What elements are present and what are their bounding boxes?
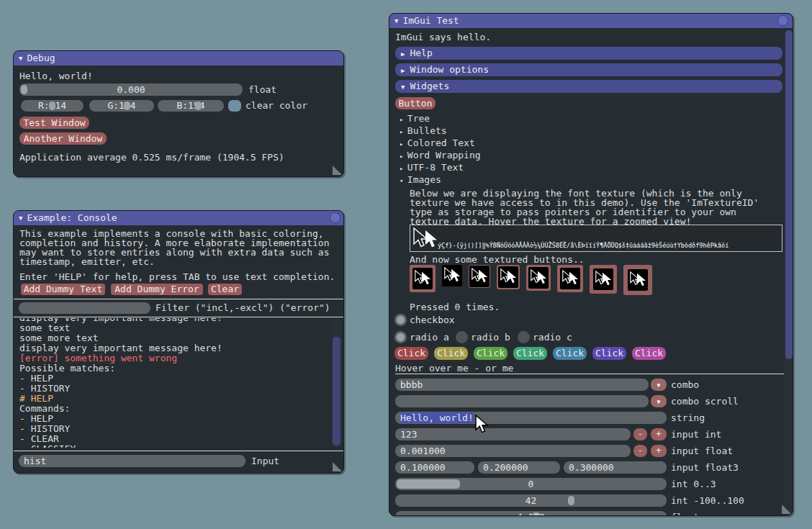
click-button-1[interactable]: Click — [394, 347, 428, 360]
collapse-triangle-icon[interactable]: ▼ — [394, 17, 398, 24]
checkbox[interactable] — [394, 314, 407, 326]
collapse-triangle-icon[interactable]: ▼ — [19, 214, 22, 222]
header-widgets[interactable]: ▼Widgets — [395, 80, 782, 93]
image-button-5[interactable] — [526, 265, 551, 291]
arrow-right-icon: ▸ — [400, 140, 407, 148]
increment-button[interactable]: + — [651, 445, 667, 457]
clear-button[interactable]: Clear — [208, 284, 242, 295]
increment-button[interactable]: + — [651, 428, 667, 440]
click-button-4[interactable]: Click — [513, 347, 547, 360]
hover-text[interactable]: Hover over me - or me — [395, 363, 513, 373]
input-int-field[interactable]: 123 — [395, 428, 631, 440]
tree-node-images[interactable]: ▾ Images — [400, 175, 441, 186]
combo-scroll-label: combo scroll — [671, 395, 739, 407]
click-button-3[interactable]: Click — [474, 347, 508, 360]
filter-input[interactable] — [19, 302, 150, 314]
color-g-slider[interactable]: G:144 — [89, 100, 154, 112]
radio-b[interactable] — [456, 331, 468, 343]
log-line-command: # HELP — [19, 394, 329, 404]
slider-grab[interactable] — [195, 101, 202, 110]
resize-grip[interactable] — [782, 505, 791, 514]
button-widget[interactable]: Button — [395, 97, 436, 109]
mouse-cursor-icon — [474, 415, 490, 435]
combo-label: combo — [671, 379, 699, 391]
slider-float[interactable]: 4.132 — [395, 511, 667, 516]
separator — [14, 317, 343, 317]
tree-label: Word Wrapping — [407, 150, 481, 160]
image-button-6[interactable] — [557, 265, 583, 292]
combo-arrow-button[interactable]: ▼ — [651, 379, 667, 391]
combo-scroll-box[interactable] — [395, 395, 649, 407]
scrollbar-thumb[interactable] — [333, 337, 340, 446]
window-title: Example: Console — [27, 212, 117, 223]
image-button-3[interactable] — [469, 265, 490, 288]
input-float3-z[interactable]: 0.300000 — [564, 461, 667, 474]
collapse-triangle-icon[interactable]: ▼ — [19, 55, 22, 62]
radio-a[interactable] — [394, 331, 407, 343]
tree-node-colored-text[interactable]: ▸ Colored Text — [400, 138, 475, 149]
image-button-7[interactable] — [590, 265, 617, 294]
input-float3-x[interactable]: 0.100000 — [395, 461, 474, 474]
resize-grip[interactable] — [333, 462, 342, 471]
arrow-right-icon: ▸ — [400, 128, 407, 135]
log-scrollbar[interactable] — [332, 318, 341, 448]
resize-grip[interactable] — [333, 166, 342, 175]
tree-node-bullets[interactable]: ▸ Bullets — [400, 126, 447, 137]
slider-grab[interactable] — [124, 101, 130, 110]
test-window-button[interactable]: Test Window — [19, 117, 89, 129]
pressed-count-text: Pressed 0 times. — [410, 302, 500, 312]
image-button-8[interactable] — [623, 265, 652, 295]
click-button-2[interactable]: Click — [434, 347, 468, 360]
header-label: Help — [410, 48, 432, 58]
string-input[interactable]: Hello, world! — [395, 412, 667, 424]
click-button-6[interactable]: Click — [592, 347, 626, 360]
image-button-1[interactable] — [410, 265, 436, 292]
click-button-7[interactable]: Click — [632, 347, 666, 360]
color-r-slider[interactable]: R:114 — [21, 100, 84, 112]
another-window-button[interactable]: Another Window — [19, 132, 107, 145]
image-button-2[interactable] — [442, 265, 462, 286]
close-icon[interactable] — [330, 212, 340, 223]
b-value: B:154 — [158, 100, 224, 112]
radio-c[interactable] — [518, 331, 530, 343]
slider-grab[interactable] — [21, 85, 27, 94]
input-float-value: 0.001000 — [395, 446, 446, 456]
slider-int-0-3[interactable]: 0 — [395, 478, 667, 490]
tree-node-tree[interactable]: ▸ Tree — [400, 114, 430, 125]
clear-color-swatch[interactable] — [228, 100, 241, 112]
header-window-options[interactable]: ▶Window options — [395, 63, 782, 76]
combo-box[interactable]: bbbb — [395, 379, 649, 391]
radio-a-label: radio a — [410, 333, 449, 342]
log-line: some text — [19, 323, 329, 333]
slider-int-neg100-100[interactable]: 42 — [395, 494, 667, 507]
header-help[interactable]: ▶Help — [395, 47, 782, 60]
color-b-slider[interactable]: B:154 — [158, 100, 224, 112]
combo-arrow-button[interactable]: ▼ — [651, 395, 667, 407]
image-button-4[interactable] — [497, 265, 520, 289]
add-dummy-text-button[interactable]: Add Dummy Text — [21, 284, 105, 295]
input-float-field[interactable]: 0.001000 — [395, 445, 631, 457]
input-float3-y[interactable]: 0.200000 — [478, 461, 560, 474]
tree-node-utf8-text[interactable]: ▸ UTF-8 Text — [400, 163, 464, 173]
decrement-button[interactable]: - — [633, 428, 647, 440]
console-log[interactable]: display very important message here! som… — [19, 318, 329, 448]
imgui-titlebar[interactable]: ▼ImGui Test — [389, 14, 793, 28]
window-scrollbar[interactable] — [785, 29, 793, 515]
add-dummy-error-button[interactable]: Add Dummy Error — [111, 284, 203, 295]
float-slider[interactable]: 0.000 — [19, 83, 243, 96]
tree-node-word-wrapping[interactable]: ▸ Word Wrapping — [400, 150, 481, 161]
click-button-5[interactable]: Click — [553, 347, 587, 360]
console-titlebar[interactable]: ▼Example: Console — [14, 211, 343, 225]
cursor-texture-icon — [628, 270, 647, 290]
arrow-right-icon: ▸ — [400, 116, 407, 123]
close-icon[interactable] — [777, 15, 788, 26]
console-input[interactable]: hist — [19, 455, 245, 467]
scrollbar-thumb[interactable] — [785, 30, 793, 359]
decrement-button[interactable]: - — [633, 445, 647, 457]
font-texture[interactable]: ýÇf}-{ÿj()[]‖%ÝBÑòÛöóÃÂÀÀò½¼ÙÚŽŠ8ÉÊ/å\ÈÞ… — [410, 225, 782, 252]
cursor-glyphs-icon — [410, 226, 438, 252]
separator — [14, 451, 343, 451]
slider-int2-label: int -100..100 — [671, 494, 744, 507]
debug-titlebar[interactable]: ▼Debug — [14, 51, 343, 65]
slider-grab[interactable] — [49, 101, 55, 110]
